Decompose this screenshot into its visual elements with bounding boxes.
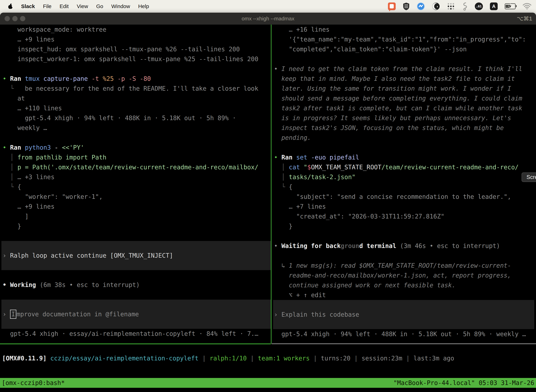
text-segment: %25 — [103, 75, 117, 82]
text-segment: workspace_mode: worktree — [3, 26, 106, 33]
text-segment: -p — [117, 75, 129, 82]
text-segment: -80 — [140, 75, 151, 82]
text-segment: task2 after task1 is complete, but can I… — [274, 105, 522, 112]
menu-left: Slack FileEditViewGoWindowHelp — [0, 3, 149, 9]
pane-border-right — [272, 344, 536, 344]
text-segment: } — [274, 223, 292, 230]
terminal-line: continue assigned work or next feasible … — [274, 280, 536, 290]
text-segment: readme-and-reco/mailbox/worker-1.json, a… — [274, 272, 511, 279]
crescent-app-icon[interactable] — [432, 2, 440, 10]
text-segment: … +9 lines — [3, 36, 54, 43]
dots-grid-icon[interactable] — [447, 2, 455, 10]
text-segment: … +16 lines — [274, 26, 330, 33]
text-segment: Ran — [10, 144, 25, 151]
text-segment: │ — [274, 164, 289, 171]
text-segment: OMX_TEAM_STATE_ROOT — [311, 164, 381, 171]
wifi-icon[interactable] — [523, 3, 531, 10]
text-segment: … +9 lines — [3, 203, 54, 210]
text-segment: │ — [3, 173, 17, 181]
terminal-line: gpt-5.4 xhigh · 94% left · 488K in · 5.1… — [274, 329, 536, 339]
status-segment: team:1 workers — [258, 355, 313, 362]
prompt-input-right[interactable]: › Explain this codebase — [273, 300, 534, 329]
text-segment: keep that in mind. Maybe I also need the… — [274, 75, 515, 82]
terminal-window: omx --xhigh --madmax ⌥⌘1 workspace_mode:… — [0, 13, 536, 392]
terminal-line: • Ran python3 - <<'PY' — [3, 143, 271, 152]
text-segment: • — [3, 75, 10, 82]
terminal-line: } — [3, 221, 271, 231]
status-segment: session:23m — [362, 355, 406, 362]
terminal-line — [274, 251, 536, 261]
battery-icon[interactable] — [505, 3, 516, 9]
terminal-line: inspect task2's JSON, focusing on the st… — [274, 123, 536, 133]
terminal-line: │ from pathlib import Path — [3, 152, 271, 162]
text-cursor: I — [10, 310, 16, 319]
terminal-line: … +110 lines — [3, 103, 271, 113]
terminal-line — [3, 270, 271, 280]
menu-item-window[interactable]: Window — [111, 3, 130, 9]
terminal-line: ⌥ + ↑ edit — [274, 290, 536, 300]
shield-icon[interactable] — [403, 2, 410, 10]
counter-badge-icon[interactable]: ..61 — [475, 2, 483, 10]
status-segment: | — [250, 355, 258, 362]
terminal-line: │ cat "$OMX_TEAM_STATE_ROOT/team/review-… — [274, 162, 536, 172]
text-segment: • — [274, 242, 281, 249]
terminal-pane-right[interactable]: … +16 lines '{"team_name":"my-team","tas… — [272, 25, 536, 339]
tmux-host-time-label: "MacBook-Pro-44.local" 05:03 31-Mar-26 — [393, 378, 534, 388]
window-shortcut-badge: ⌥⌘1 — [517, 13, 532, 25]
terminal-line: • Waiting for background terminal (3m 46… — [274, 241, 536, 251]
menu-item-go[interactable]: Go — [96, 3, 103, 9]
text-segment: Waiting for back — [281, 242, 341, 249]
terminal-line — [3, 290, 271, 300]
menu-item-edit[interactable]: Edit — [60, 3, 69, 9]
text-segment: tasks/task-2.json" — [289, 173, 355, 181]
terminal-line: │ tasks/task-2.json" — [274, 172, 536, 182]
menu-item-help[interactable]: Help — [138, 3, 149, 9]
text-segment: └ — [3, 85, 14, 92]
text-segment: inspect_worker-1: omx sparkshell --tmux-… — [3, 56, 258, 62]
apple-logo-icon[interactable] — [8, 3, 13, 9]
status-segment: | — [354, 355, 362, 362]
menu-item-view[interactable]: View — [77, 3, 88, 9]
chat-badge-icon[interactable] — [388, 2, 396, 10]
text-segment: ⌥ + ↑ edit — [274, 292, 326, 299]
pane-divider[interactable] — [271, 25, 272, 344]
terminal-line: • Ran set -euo pipefail — [274, 152, 536, 162]
omx-status-line: [OMX#0.11.9] cczip/essay/ai-reimplementa… — [0, 353, 536, 363]
text-segment: at — [3, 95, 25, 102]
ralph-loop-banner[interactable]: › Ralph loop active continue [OMX_TMUX_I… — [1, 241, 271, 270]
text-segment: ↳ 1 new msg(s): read $OMX_TEAM_STATE_ROO… — [274, 262, 511, 269]
terminal-pane-left[interactable]: workspace_mode: worktree … +9 lines insp… — [0, 25, 271, 339]
text-segment: '{"team_name":"my-team","task_id":"1","f… — [274, 36, 526, 43]
terminal-line: gpt-5.4 xhigh · essay/ai-reimplementatio… — [3, 329, 271, 339]
terminal-line: workspace_mode: worktree — [3, 25, 271, 34]
text-segment: - — [54, 144, 62, 151]
text-segment: › — [3, 311, 10, 318]
menu-bar: Slack FileEditViewGoWindowHelp ..61A — [0, 0, 536, 13]
terminal-line: "worker": "worker-1", — [3, 192, 271, 202]
menu-app-name[interactable]: Slack — [21, 3, 35, 9]
input-source-icon[interactable]: A — [490, 2, 498, 10]
terminal-line — [3, 231, 271, 241]
text-segment: /team/review-current-readme-and-reco/ — [381, 164, 519, 171]
text-segment: • — [3, 144, 10, 151]
terminal-line: … +7 lines — [274, 202, 536, 211]
text-segment: … +3 lines — [17, 173, 54, 181]
terminal-line: "created_at": "2026-03-31T11:59:27.816Z" — [274, 211, 536, 221]
window-title-bar: omx --xhigh --madmax ⌥⌘1 — [0, 13, 536, 25]
status-segment: ralph:1/10 — [210, 355, 250, 362]
text-segment: -S — [129, 75, 140, 82]
terminal-line: • I need to get the claim token from the… — [274, 64, 536, 74]
text-segment: tmux — [25, 75, 43, 82]
prompt-input-left[interactable]: › Improve documentation in @filename — [1, 300, 271, 329]
terminal-line: } — [274, 221, 536, 231]
menu-item-file[interactable]: File — [43, 3, 51, 9]
terminal-line: inspect_hud: omx sparkshell --tmux-pane … — [3, 44, 271, 54]
text-segment: be necessary for the end of the README. … — [14, 85, 258, 92]
blue-bolt-icon[interactable] — [417, 2, 425, 10]
text-segment: $ — [307, 164, 311, 171]
terminal-line: • Working (6m 38s • esc to interrupt) — [3, 280, 271, 290]
terminal-line: inspect_worker-1: omx sparkshell --tmux-… — [3, 54, 271, 64]
terminal-line: '{"team_name":"my-team","task_id":"1","f… — [274, 34, 536, 44]
squiggle-icon[interactable] — [462, 2, 468, 10]
text-segment: │ — [274, 173, 289, 181]
